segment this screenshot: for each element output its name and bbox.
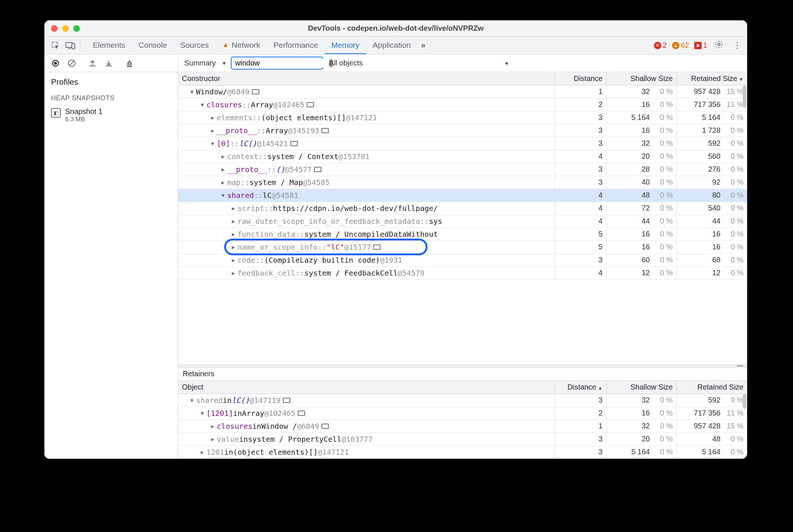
- save-icon[interactable]: [101, 55, 117, 71]
- tab-network[interactable]: ▲Network: [216, 37, 267, 54]
- profiles-heading: Profiles: [44, 72, 178, 91]
- kebab-icon[interactable]: ⋮: [731, 41, 743, 50]
- object-link-icon[interactable]: [373, 245, 381, 250]
- tab-label: Performance: [274, 41, 318, 50]
- warning-icon: ▲: [222, 41, 229, 49]
- col-retained-r[interactable]: Retained Size: [677, 381, 747, 394]
- traffic-lights: [44, 25, 80, 32]
- devtools-window: DevTools - codepen.io/web-dot-dev/live/o…: [44, 20, 747, 459]
- class-filter-input[interactable]: ✕: [231, 57, 323, 70]
- tabs: ElementsConsoleSources▲NetworkPerformanc…: [86, 37, 417, 54]
- tab-elements[interactable]: Elements: [86, 37, 132, 54]
- more-tabs-button[interactable]: »: [417, 41, 429, 50]
- tab-label: Console: [139, 41, 167, 50]
- expand-toggle-icon[interactable]: [210, 128, 215, 134]
- snapshot-icon: ◧: [51, 108, 61, 118]
- expand-toggle-icon[interactable]: [200, 102, 205, 108]
- expand-toggle-icon[interactable]: [231, 205, 236, 211]
- object-link-icon[interactable]: [314, 167, 321, 172]
- col-retained[interactable]: Retained Size: [677, 72, 747, 85]
- window-title: DevTools - codepen.io/web-dot-dev/live/o…: [44, 24, 747, 33]
- object-link-icon[interactable]: [298, 411, 305, 416]
- expand-toggle-icon[interactable]: [220, 166, 226, 172]
- object-link-icon[interactable]: [290, 141, 298, 146]
- tab-console[interactable]: Console: [132, 37, 174, 54]
- warning-count: 62: [681, 41, 689, 50]
- expand-toggle-icon[interactable]: [231, 231, 236, 237]
- svg-point-3: [718, 43, 720, 46]
- expand-toggle-icon[interactable]: [200, 410, 205, 416]
- heap-snapshots-label: HEAP SNAPSHOTS: [44, 91, 178, 104]
- expand-toggle-icon[interactable]: [220, 179, 226, 185]
- issues-badge[interactable]: ■1: [694, 41, 707, 50]
- errors-badge[interactable]: ✕2: [654, 41, 667, 50]
- col-distance-r[interactable]: Distance: [555, 381, 607, 394]
- tab-label: Memory: [331, 41, 360, 50]
- expand-toggle-icon[interactable]: [210, 115, 215, 121]
- object-link-icon[interactable]: [321, 424, 329, 429]
- view-select-label: Summary: [184, 59, 216, 67]
- expand-toggle-icon[interactable]: [200, 449, 205, 455]
- panel-tabs-bar: ElementsConsoleSources▲NetworkPerformanc…: [44, 37, 747, 54]
- object-link-icon[interactable]: [283, 398, 290, 403]
- device-toolbar-icon[interactable]: [63, 38, 78, 53]
- object-scope-select[interactable]: All objects ▾: [329, 59, 509, 67]
- clear-icon[interactable]: [64, 55, 80, 71]
- col-constructor[interactable]: Constructor: [178, 72, 555, 85]
- svg-line-7: [70, 61, 74, 65]
- retainers-grid: Object Distance Shallow Size Retained Si…: [178, 381, 747, 459]
- warnings-badge[interactable]: ▲62: [672, 41, 689, 50]
- titlebar: DevTools - codepen.io/web-dot-dev/live/o…: [44, 20, 747, 37]
- constructor-grid: Constructor Distance Shallow Size Retain…: [178, 72, 747, 280]
- filter-field[interactable]: [235, 59, 329, 67]
- expand-toggle-icon[interactable]: [220, 192, 226, 198]
- object-link-icon[interactable]: [252, 89, 259, 94]
- gear-icon[interactable]: [712, 40, 726, 51]
- snapshot-size: 6.3 MB: [65, 116, 102, 123]
- object-link-icon[interactable]: [307, 102, 314, 107]
- snapshot-item[interactable]: ◧ Snapshot 1 6.3 MB: [44, 104, 178, 126]
- expand-toggle-icon[interactable]: [210, 141, 215, 147]
- garbage-collect-icon[interactable]: [121, 55, 138, 71]
- tab-label: Application: [373, 41, 411, 50]
- expand-toggle-icon[interactable]: [231, 257, 236, 263]
- splitter[interactable]: [178, 364, 747, 367]
- expand-toggle-icon[interactable]: [189, 397, 195, 403]
- divider: [80, 40, 80, 51]
- svg-rect-2: [72, 44, 75, 49]
- load-icon[interactable]: [84, 55, 101, 71]
- col-object[interactable]: Object: [178, 381, 555, 394]
- retainers-heading: Retainers: [178, 367, 747, 381]
- scope-label: All objects: [329, 59, 363, 67]
- expand-toggle-icon[interactable]: [220, 154, 226, 159]
- inspect-icon[interactable]: [48, 38, 63, 53]
- col-shallow[interactable]: Shallow Size: [607, 72, 677, 85]
- object-link-icon[interactable]: [321, 128, 329, 133]
- tab-sources[interactable]: Sources: [174, 37, 216, 54]
- tab-label: Sources: [180, 41, 209, 50]
- close-icon[interactable]: [51, 25, 58, 32]
- expand-toggle-icon[interactable]: [231, 270, 236, 276]
- issue-count: 1: [703, 41, 707, 50]
- view-select[interactable]: Summary: [179, 59, 231, 67]
- error-count: 2: [663, 41, 667, 50]
- tab-label: Elements: [93, 41, 125, 50]
- tab-performance[interactable]: Performance: [267, 37, 325, 54]
- record-icon[interactable]: [47, 55, 64, 71]
- profiles-sidebar: Profiles HEAP SNAPSHOTS ◧ Snapshot 1 6.3…: [44, 72, 178, 459]
- zoom-icon[interactable]: [73, 25, 80, 32]
- tab-memory[interactable]: Memory: [325, 37, 366, 54]
- minimize-icon[interactable]: [62, 25, 69, 32]
- tab-application[interactable]: Application: [366, 37, 418, 54]
- expand-toggle-icon[interactable]: [210, 436, 215, 442]
- col-shallow-r[interactable]: Shallow Size: [607, 381, 677, 394]
- expand-toggle-icon[interactable]: [210, 423, 215, 429]
- snapshot-name: Snapshot 1: [65, 107, 102, 116]
- scrollbar[interactable]: [743, 85, 746, 108]
- expand-toggle-icon[interactable]: [231, 244, 236, 250]
- expand-toggle-icon[interactable]: [189, 89, 195, 95]
- scrollbar[interactable]: [743, 394, 746, 409]
- svg-point-5: [54, 62, 57, 65]
- col-distance[interactable]: Distance: [555, 72, 607, 85]
- expand-toggle-icon[interactable]: [231, 218, 236, 224]
